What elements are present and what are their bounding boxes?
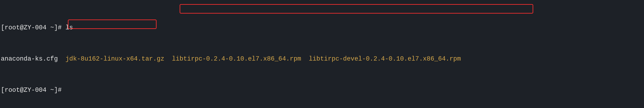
shell-prompt: [root@ZY-004 ~]# [1,86,62,94]
terminal-line: [root@ZY-004 ~]# [1,86,644,94]
terminal-line: [root@ZY-004 ~]# ls [1,24,644,32]
file-name: libtirpc-0.2.4-0.10.el7.x86_64.rpm [172,55,301,63]
spacer [301,55,309,63]
terminal-line: anaconda-ks.cfg jdk-8u162-linux-x64.tar.… [1,55,644,63]
file-name: anaconda-ks.cfg [1,55,58,63]
file-name: libtirpc-devel-0.2.4-0.10.el7.x86_64.rpm [309,55,461,63]
shell-prompt: [root@ZY-004 ~]# [1,24,66,31]
highlight-box-rpm-files [180,4,533,14]
spacer [164,55,172,63]
command-text: ls [66,24,73,31]
file-name: jdk-8u162-linux-x64.tar.gz [66,55,164,63]
spacer [58,55,66,63]
terminal-output[interactable]: [root@ZY-004 ~]# ls anaconda-ks.cfg jdk-… [0,0,644,108]
